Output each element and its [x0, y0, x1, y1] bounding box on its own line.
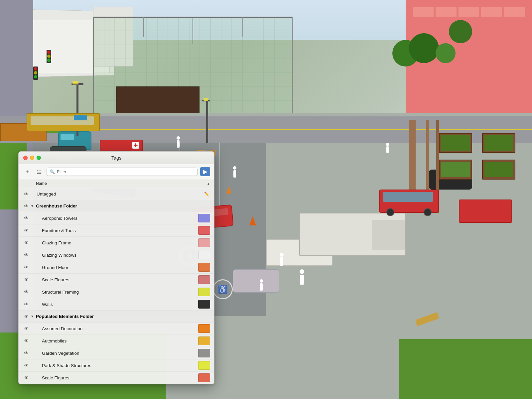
visibility-icon-populated-elements-folder[interactable]: 👁 — [23, 313, 30, 320]
layer-list: 👁Untagged✏️👁▼Greenhouse Folder👁Aeroponic… — [19, 188, 214, 384]
search-box: 🔍 — [47, 168, 198, 176]
visibility-icon-automobiles[interactable]: 👁 — [23, 337, 30, 344]
visibility-icon-ground-floor[interactable]: 👁 — [23, 264, 30, 271]
add-icon: ＋ — [25, 168, 30, 175]
layer-name-assorted-decoration: Assorted Decoration — [41, 326, 198, 331]
export-button[interactable]: ▶ — [200, 167, 210, 176]
visibility-icon-aeroponic-towers[interactable]: 👁 — [23, 214, 30, 222]
layer-name-glazing-frame: Glazing Frame — [41, 240, 198, 245]
layer-name-populated-elements-folder: Populated Elements Folder — [35, 314, 210, 319]
layer-row-untagged[interactable]: 👁Untagged✏️ — [19, 188, 214, 200]
layer-row-furniture-tools[interactable]: 👁Furniture & Tools — [19, 224, 214, 237]
export-icon: ▶ — [203, 169, 207, 175]
color-swatch-walls[interactable] — [198, 300, 210, 309]
folder-arrow-greenhouse-folder[interactable]: ▼ — [30, 204, 35, 208]
color-swatch-glazing-frame[interactable] — [198, 238, 210, 247]
color-swatch-furniture-tools[interactable] — [198, 226, 210, 235]
add-layer-button[interactable]: ＋ — [23, 168, 32, 176]
folder-add-icon: 🗂 — [36, 168, 42, 175]
layer-row-populated-elements-folder[interactable]: 👁▼Populated Elements Folder — [19, 311, 214, 323]
visibility-icon-walls[interactable]: 👁 — [23, 301, 30, 308]
layer-row-garden-vegetation[interactable]: 👁Garden Vegetation — [19, 347, 214, 359]
color-swatch-garden-vegetation[interactable] — [198, 349, 210, 357]
visibility-icon-structural-framing[interactable]: 👁 — [23, 288, 30, 296]
panel-titlebar: Tags — [19, 152, 214, 164]
visibility-icon-greenhouse-folder[interactable]: 👁 — [23, 202, 30, 210]
visibility-icon-park-shade-structures[interactable]: 👁 — [23, 362, 30, 369]
visibility-icon-glazing-frame[interactable]: 👁 — [23, 239, 30, 246]
layer-name-ground-floor: Ground Floor — [41, 265, 198, 270]
layer-name-furniture-tools: Furniture & Tools — [41, 228, 198, 233]
layer-row-ground-floor[interactable]: 👁Ground Floor — [19, 261, 214, 274]
column-name: Name — [36, 181, 205, 186]
layer-name-structural-framing: Structural Framing — [41, 290, 198, 295]
layer-name-garden-vegetation: Garden Vegetation — [41, 351, 198, 356]
layer-row-scale-figures-pe[interactable]: 👁Scale Figures — [19, 372, 214, 384]
layer-row-park-shade-structures[interactable]: 👁Park & Shade Structures — [19, 359, 214, 372]
layer-name-greenhouse-folder: Greenhouse Folder — [35, 203, 210, 208]
layer-row-glazing-frame[interactable]: 👁Glazing Frame — [19, 237, 214, 249]
visibility-icon-scale-figures-pe[interactable]: 👁 — [23, 374, 30, 381]
color-swatch-structural-framing[interactable] — [198, 288, 210, 296]
color-swatch-automobiles[interactable] — [198, 336, 210, 345]
color-swatch-ground-floor[interactable] — [198, 263, 210, 272]
layer-name-automobiles: Automobiles — [41, 338, 198, 343]
panel-title: Tags — [111, 155, 121, 161]
layer-name-scale-figures-gh: Scale Figures — [41, 277, 198, 282]
visibility-icon-untagged[interactable]: 👁 — [23, 191, 30, 198]
layer-row-greenhouse-folder[interactable]: 👁▼Greenhouse Folder — [19, 200, 214, 212]
layer-row-scale-figures-gh[interactable]: 👁Scale Figures — [19, 274, 214, 286]
minimize-button[interactable] — [30, 156, 34, 160]
column-header: Name ▲ — [19, 179, 214, 188]
sort-icon[interactable]: ▲ — [207, 182, 210, 186]
visibility-icon-assorted-decoration[interactable]: 👁 — [23, 325, 30, 332]
visibility-icon-scale-figures-gh[interactable]: 👁 — [23, 276, 30, 283]
traffic-lights — [23, 156, 41, 160]
layer-row-aeroponic-towers[interactable]: 👁Aeroponic Towers — [19, 212, 214, 224]
visibility-icon-garden-vegetation[interactable]: 👁 — [23, 349, 30, 357]
color-swatch-scale-figures-gh[interactable] — [198, 275, 210, 284]
color-swatch-glazing-windows[interactable] — [198, 251, 210, 259]
add-folder-button[interactable]: 🗂 — [35, 168, 44, 176]
color-swatch-scale-figures-pe[interactable] — [198, 373, 210, 382]
layer-name-scale-figures-pe: Scale Figures — [41, 375, 198, 380]
maximize-button[interactable] — [37, 156, 41, 160]
layer-name-park-shade-structures: Park & Shade Structures — [41, 363, 198, 368]
search-icon: 🔍 — [50, 169, 55, 174]
layer-name-aeroponic-towers: Aeroponic Towers — [41, 216, 198, 221]
folder-arrow-populated-elements-folder[interactable]: ▼ — [30, 314, 35, 319]
layer-row-walls[interactable]: 👁Walls — [19, 298, 214, 311]
visibility-icon-glazing-windows[interactable]: 👁 — [23, 251, 30, 259]
color-swatch-aeroponic-towers[interactable] — [198, 214, 210, 222]
close-button[interactable] — [23, 156, 28, 160]
panel-toolbar: ＋ 🗂 🔍 ▶ — [19, 164, 214, 179]
tags-panel: Tags ＋ 🗂 🔍 ▶ Name ▲ 👁Untagged✏️👁▼Greenho… — [18, 151, 214, 384]
visibility-icon-furniture-tools[interactable]: 👁 — [23, 227, 30, 234]
search-input[interactable] — [57, 169, 195, 174]
layer-name-walls: Walls — [41, 302, 198, 307]
layer-row-automobiles[interactable]: 👁Automobiles — [19, 335, 214, 347]
layer-name-glazing-windows: Glazing Windows — [41, 253, 198, 258]
layer-row-assorted-decoration[interactable]: 👁Assorted Decoration — [19, 323, 214, 335]
layer-row-glazing-windows[interactable]: 👁Glazing Windows — [19, 249, 214, 261]
layer-row-structural-framing[interactable]: 👁Structural Framing — [19, 286, 214, 298]
layer-name-untagged: Untagged — [35, 192, 203, 197]
edit-icon-untagged[interactable]: ✏️ — [203, 192, 210, 197]
color-swatch-assorted-decoration[interactable] — [198, 324, 210, 333]
color-swatch-park-shade-structures[interactable] — [198, 361, 210, 370]
